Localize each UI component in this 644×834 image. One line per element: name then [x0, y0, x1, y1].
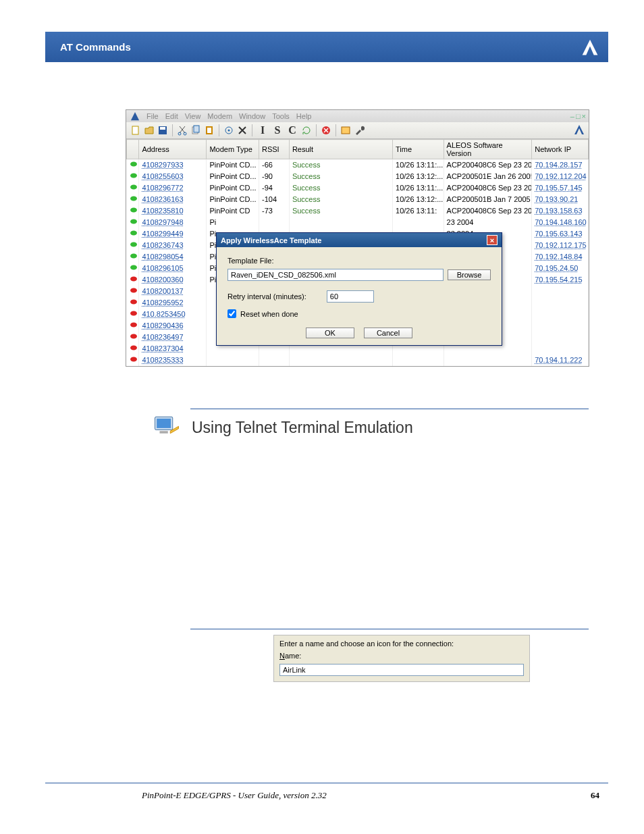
svg-point-17 — [130, 208, 137, 213]
copy-icon[interactable] — [190, 125, 201, 136]
toolbar: I S C — [126, 122, 589, 139]
page-header: AT Commands — [45, 32, 608, 62]
menu-tools[interactable]: Tools — [272, 112, 290, 120]
menu-window[interactable]: Window — [239, 112, 265, 120]
dialog-close-button[interactable]: × — [487, 235, 498, 245]
toolbar-letter-s[interactable]: S — [271, 124, 284, 136]
svg-rect-6 — [194, 126, 199, 132]
footer-doc-title: PinPoint-E EDGE/GPRS - User Guide, versi… — [142, 790, 327, 801]
tools-icon[interactable] — [354, 125, 365, 136]
computer-icon — [153, 413, 181, 442]
cancel-button[interactable]: Cancel — [364, 328, 412, 338]
footer-rule — [45, 783, 608, 783]
svg-point-25 — [130, 300, 137, 305]
svg-rect-0 — [132, 126, 138, 134]
col-network-ip[interactable]: Network IP — [532, 140, 589, 159]
new-icon[interactable] — [130, 125, 141, 136]
table-row[interactable]: 4108255603PinPoint CD...-90Success10/26 … — [127, 171, 589, 182]
col-address[interactable]: Address — [139, 140, 207, 159]
toolbar-letter-c[interactable]: C — [286, 124, 298, 136]
svg-point-27 — [130, 323, 137, 328]
connection-dialog: Enter a name and choose an icon for the … — [273, 635, 530, 682]
connection-prompt: Enter a name and choose an icon for the … — [279, 640, 524, 648]
template-file-input[interactable] — [227, 269, 444, 281]
col-result[interactable]: Result — [289, 140, 392, 159]
app-icon — [130, 111, 140, 121]
page-footer: PinPoint-E EDGE/GPRS - User Guide, versi… — [142, 790, 599, 801]
menu-edit[interactable]: Edit — [165, 112, 178, 120]
window-controls: – □ × — [570, 112, 586, 120]
svg-point-24 — [130, 288, 137, 293]
close-icon[interactable]: × — [582, 112, 586, 120]
menu-view[interactable]: View — [185, 112, 201, 120]
svg-point-23 — [130, 277, 137, 282]
svg-point-29 — [130, 346, 137, 350]
svg-rect-8 — [207, 128, 211, 133]
table-row[interactable]: 4108296772PinPoint CD...-94Success10/26 … — [127, 182, 589, 194]
col-version[interactable]: ALEOS Software Version — [444, 140, 532, 159]
table-row[interactable]: 4108297948Pi23 200470.194.148.160 — [127, 217, 589, 228]
minimize-icon[interactable]: – — [570, 112, 574, 120]
apply-template-dialog: Apply WirelessAce Template × Template Fi… — [216, 232, 502, 346]
footer-page-number: 64 — [591, 790, 599, 801]
reset-when-done-checkbox[interactable] — [227, 309, 236, 318]
save-icon[interactable] — [157, 125, 168, 136]
dialog-titlebar[interactable]: Apply WirelessAce Template × — [217, 233, 502, 247]
section-heading: Using Telnet Terminal Emulation — [153, 413, 413, 442]
toolbar-letter-i[interactable]: I — [257, 124, 269, 136]
paste-icon[interactable] — [204, 125, 215, 136]
svg-point-16 — [130, 197, 137, 201]
table-row[interactable]: 4108235810PinPoint CD-73Success10/26 13:… — [127, 205, 589, 217]
brand-mini-logo-icon — [574, 124, 585, 135]
svg-point-20 — [130, 242, 137, 247]
page-title: AT Commands — [60, 41, 131, 53]
svg-rect-2 — [160, 127, 165, 130]
stop-icon[interactable] — [321, 125, 331, 136]
retry-interval-label: Retry interval (minutes): — [227, 292, 306, 301]
open-icon[interactable] — [144, 125, 155, 136]
svg-point-14 — [130, 174, 137, 178]
target-icon[interactable] — [223, 125, 234, 136]
svg-point-22 — [130, 265, 137, 270]
log-icon[interactable] — [340, 125, 351, 136]
svg-point-26 — [130, 311, 137, 316]
svg-point-15 — [130, 185, 137, 190]
brand-logo-icon — [581, 38, 599, 56]
svg-point-10 — [228, 130, 230, 132]
svg-point-30 — [130, 357, 137, 362]
menu-file[interactable]: File — [146, 112, 159, 120]
dialog-title: Apply WirelessAce Template — [221, 236, 321, 244]
menu-help[interactable]: Help — [296, 112, 312, 120]
template-file-label: Template File: — [227, 257, 491, 265]
svg-rect-12 — [342, 127, 350, 134]
restore-icon[interactable]: □ — [576, 112, 581, 120]
svg-point-13 — [130, 162, 137, 167]
svg-point-21 — [130, 254, 137, 259]
section-title: Using Telnet Terminal Emulation — [192, 419, 413, 437]
svg-point-28 — [130, 334, 137, 339]
col-rssi[interactable]: RSSI — [259, 140, 290, 159]
delete-icon[interactable] — [237, 125, 248, 136]
col-status[interactable] — [127, 140, 139, 159]
data-grid: Address Modem Type RSSI Result Time ALEO… — [126, 139, 589, 366]
svg-point-19 — [130, 231, 137, 236]
table-row[interactable]: 4108236163PinPoint CD...-104Success10/26… — [127, 194, 589, 205]
menu-modem[interactable]: Modem — [207, 112, 232, 120]
name-label: Name: — [279, 652, 301, 660]
reset-when-done-label: Reset when done — [240, 310, 298, 318]
refresh-icon[interactable] — [301, 125, 312, 136]
connection-name-input[interactable] — [279, 664, 524, 676]
table-row[interactable]: 410823533370.194.11.222 — [127, 355, 589, 366]
ok-button[interactable]: OK — [306, 328, 354, 338]
table-row[interactable]: 4108297933PinPoint CD...-66Success10/26 … — [127, 159, 589, 171]
svg-point-18 — [130, 219, 137, 224]
browse-button[interactable]: Browse — [448, 269, 491, 280]
menu-bar: File Edit View Modem Window Tools Help –… — [126, 110, 589, 122]
svg-rect-32 — [157, 419, 171, 428]
grid-header-row: Address Modem Type RSSI Result Time ALEO… — [127, 140, 589, 159]
app-window: File Edit View Modem Window Tools Help –… — [126, 109, 589, 367]
col-time[interactable]: Time — [393, 140, 444, 159]
col-modem-type[interactable]: Modem Type — [207, 140, 259, 159]
cut-icon[interactable] — [177, 125, 188, 136]
retry-interval-input[interactable] — [327, 290, 374, 303]
